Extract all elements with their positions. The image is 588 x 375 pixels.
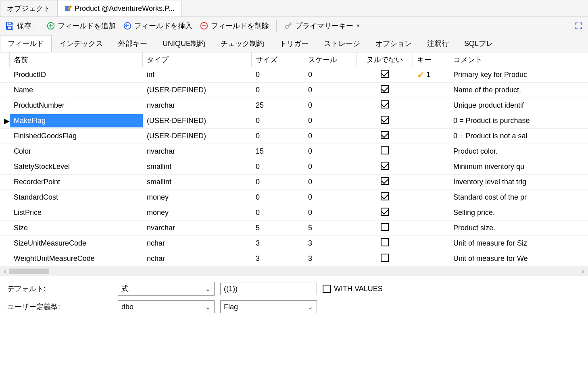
primary-key-button[interactable]: プライマリーキー ▼ [284,21,361,31]
fullscreen-button[interactable] [574,21,583,30]
default-type-select[interactable]: 式 ⌄ [118,282,215,296]
cell-size[interactable]: 3 [252,237,304,250]
cell-key[interactable] [413,241,449,246]
cell-scale[interactable]: 0 [304,175,357,189]
cell-size[interactable]: 0 [252,175,304,189]
cell-notnull[interactable] [357,205,413,220]
tab-foreign-keys[interactable]: 外部キー [111,35,155,52]
tab-fields[interactable]: フィールド [0,35,52,52]
tab-sql-preview[interactable]: SQLプレ [457,35,501,52]
cell-notnull[interactable] [357,251,413,266]
cell-notnull[interactable] [357,83,413,98]
cell-comment[interactable]: 0 = Product is not a sal [449,129,578,143]
header-name[interactable]: 名前 [10,52,143,67]
cell-scale[interactable]: 0 [304,206,357,219]
cell-type[interactable]: (USER-DEFINED) [143,83,252,97]
cell-comment[interactable]: Name of the product. [449,83,578,97]
table-row[interactable]: ProductIDint00 1Primary key for Produc [0,67,588,83]
scroll-left-arrow[interactable]: ‹ [2,267,9,276]
cell-scale[interactable]: 0 [304,160,357,173]
cell-comment[interactable]: Unique product identif [449,99,578,112]
cell-type[interactable]: nchar [143,237,252,250]
table-row[interactable]: SizeUnitMeasureCodenchar33Unit of measur… [0,236,588,251]
tab-indexes[interactable]: インデックス [52,35,111,52]
cell-key[interactable] [413,226,449,231]
cell-scale[interactable]: 3 [304,237,357,250]
header-comment[interactable]: コメント [449,52,578,67]
cell-type[interactable]: smallint [143,160,252,173]
cell-notnull[interactable] [357,221,413,235]
tab-options[interactable]: オプション [368,35,419,52]
cell-key[interactable] [413,119,449,123]
cell-comment[interactable]: Product size. [449,221,578,235]
cell-name[interactable]: FinishedGoodsFlag [10,129,143,143]
cell-notnull[interactable] [357,236,413,251]
delete-field-button[interactable]: フィールドを削除 [200,21,269,31]
header-type[interactable]: タイプ [143,52,252,67]
cell-type[interactable]: (USER-DEFINED) [143,129,252,143]
cell-size[interactable]: 0 [252,206,304,219]
table-row[interactable]: StandardCostmoney00Standard cost of the … [0,190,588,205]
cell-key[interactable] [413,134,449,139]
cell-key[interactable] [413,149,449,154]
cell-notnull[interactable] [357,98,413,113]
with-values-checkbox[interactable]: WITH VALUES [323,285,383,293]
user-type-name-select[interactable]: Flag ⌄ [220,300,317,313]
cell-name[interactable]: ProductID [10,68,143,81]
cell-name[interactable]: ProductNumber [10,99,143,112]
tab-product[interactable]: Product @AdventureWorks.P... [57,0,181,17]
cell-size[interactable]: 0 [252,129,304,143]
cell-scale[interactable]: 5 [304,221,357,235]
cell-comment[interactable]: 0 = Product is purchase [449,114,578,127]
user-type-schema-select[interactable]: dbo ⌄ [118,300,215,313]
cell-size[interactable]: 0 [252,114,304,127]
tab-objects[interactable]: オブジェクト [0,0,57,17]
cell-scale[interactable]: 3 [304,252,357,265]
cell-notnull[interactable] [357,113,413,128]
table-row[interactable]: ▶MakeFlag(USER-DEFINED)000 = Product is … [0,113,588,129]
cell-size[interactable]: 15 [252,145,304,158]
insert-field-button[interactable]: フィールドを挿入 [123,21,192,31]
cell-size[interactable]: 0 [252,160,304,173]
cell-notnull[interactable] [357,190,413,205]
cell-scale[interactable]: 0 [304,99,357,112]
cell-name[interactable]: RecorderPoint [10,175,143,189]
scroll-right-arrow[interactable]: › [579,267,586,276]
cell-key[interactable] [413,180,449,185]
cell-comment[interactable]: Minimum inventory qu [449,160,578,173]
table-row[interactable]: ListPricemoney00Selling price. [0,205,588,221]
horizontal-scrollbar[interactable]: ‹ › [0,267,588,276]
cell-size[interactable]: 3 [252,252,304,265]
cell-type[interactable]: nvarchar [143,99,252,112]
cell-name[interactable]: MakeFlag [10,114,143,127]
scroll-track[interactable] [9,269,579,274]
table-row[interactable]: SafetyStockLevelsmallint00Minimum invent… [0,159,588,175]
cell-key[interactable] [413,165,449,169]
cell-type[interactable]: (USER-DEFINED) [143,114,252,127]
cell-scale[interactable]: 0 [304,145,357,158]
cell-type[interactable]: money [143,206,252,219]
cell-scale[interactable]: 0 [304,83,357,97]
cell-key[interactable] [413,88,449,93]
cell-key[interactable] [413,210,449,215]
cell-key[interactable] [413,256,449,261]
tab-unique[interactable]: UNIQUE制約 [155,35,213,52]
table-row[interactable]: FinishedGoodsFlag(USER-DEFINED)000 = Pro… [0,129,588,144]
cell-notnull[interactable] [357,67,413,82]
cell-name[interactable]: Name [10,83,143,97]
cell-name[interactable]: SafetyStockLevel [10,160,143,173]
tab-comment[interactable]: 注釈行 [419,35,457,52]
header-scale[interactable]: スケール [304,52,357,67]
cell-type[interactable]: nchar [143,252,252,265]
cell-type[interactable]: nvarchar [143,145,252,158]
header-notnull[interactable]: ヌルでない [357,52,413,67]
cell-scale[interactable]: 0 [304,114,357,127]
cell-name[interactable]: WeightUnitMeasureCode [10,252,143,265]
header-key[interactable]: キー [413,52,449,67]
cell-notnull[interactable] [357,159,413,174]
cell-name[interactable]: StandardCost [10,191,143,204]
tab-check[interactable]: チェック制約 [213,35,272,52]
cell-type[interactable]: smallint [143,175,252,189]
cell-name[interactable]: SizeUnitMeasureCode [10,237,143,250]
table-row[interactable]: Name(USER-DEFINED)00Name of the product. [0,83,588,98]
